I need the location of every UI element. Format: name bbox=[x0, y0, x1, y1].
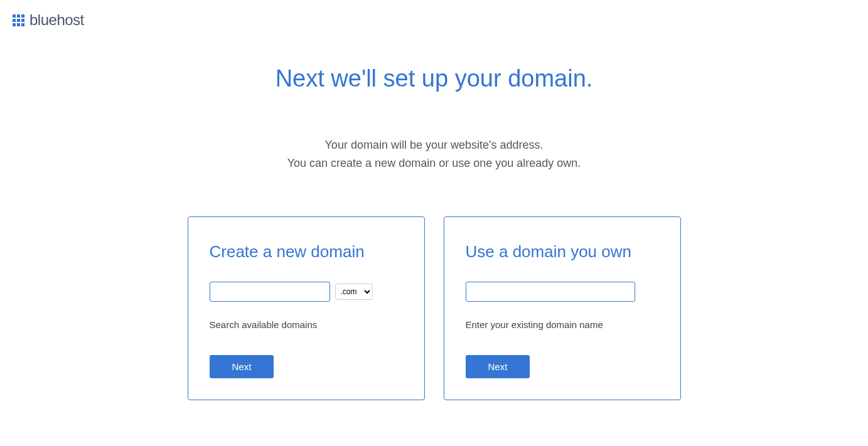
create-card-title: Create a new domain bbox=[210, 242, 403, 262]
page-subtitle: Your domain will be your website's addre… bbox=[0, 136, 868, 173]
create-next-button[interactable]: Next bbox=[210, 355, 274, 378]
page-title: Next we'll set up your domain. bbox=[0, 65, 868, 92]
grid-icon bbox=[13, 14, 24, 26]
existing-domain-input[interactable] bbox=[466, 282, 635, 302]
create-input-row: .com bbox=[210, 282, 403, 302]
new-domain-input[interactable] bbox=[210, 282, 330, 302]
own-domain-card: Use a domain you own Enter your existing… bbox=[444, 216, 681, 400]
create-helper-text: Search available domains bbox=[210, 319, 403, 330]
page-header: bluehost bbox=[0, 0, 868, 40]
main-content: Next we'll set up your domain. Your doma… bbox=[0, 40, 868, 400]
tld-select[interactable]: .com bbox=[335, 284, 373, 300]
subtitle-line-2: You can create a new domain or use one y… bbox=[0, 154, 868, 173]
option-cards: Create a new domain .com Search availabl… bbox=[0, 216, 868, 400]
brand-name: bluehost bbox=[29, 11, 84, 29]
own-helper-text: Enter your existing domain name bbox=[466, 319, 659, 330]
create-domain-card: Create a new domain .com Search availabl… bbox=[188, 216, 425, 400]
subtitle-line-1: Your domain will be your website's addre… bbox=[0, 136, 868, 154]
own-card-title: Use a domain you own bbox=[466, 242, 659, 262]
own-input-row bbox=[466, 282, 659, 302]
own-next-button[interactable]: Next bbox=[466, 355, 530, 378]
